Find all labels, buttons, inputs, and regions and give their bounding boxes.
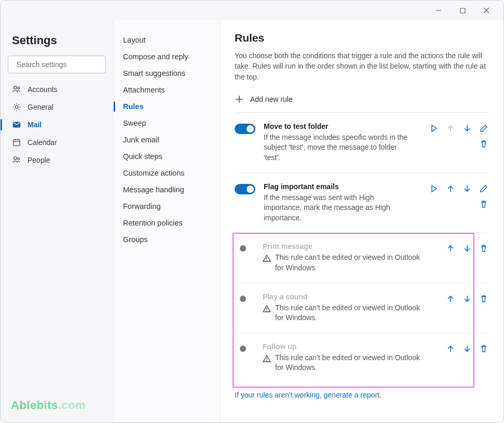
nav-general[interactable]: General <box>1 98 113 116</box>
rule-description: If the message includes specific words i… <box>264 133 409 163</box>
rule-row: Print message This rule can't be edited … <box>235 233 489 283</box>
brand-post: .com <box>58 399 86 412</box>
svg-point-19 <box>266 260 267 261</box>
rule-description: This rule can't be edited or viewed in O… <box>275 353 420 373</box>
run-rule-button[interactable] <box>429 123 439 134</box>
rule-disabled-dot <box>240 346 246 352</box>
delete-rule-button[interactable] <box>479 243 489 254</box>
brand-watermark: Ablebits.com <box>1 399 113 422</box>
subnav-retention[interactable]: Retention policies <box>114 215 220 231</box>
run-rule-button[interactable] <box>429 183 439 194</box>
rule-row: Flag important emails If the message was… <box>235 173 489 233</box>
brand-pre: Ablebits <box>11 399 58 412</box>
svg-point-6 <box>14 86 17 89</box>
rule-name: Play a sound <box>263 293 437 301</box>
rule-name: Move to test folder <box>264 122 420 130</box>
svg-point-21 <box>266 310 267 311</box>
people-icon <box>12 155 21 165</box>
plus-icon <box>235 95 244 104</box>
nav-mail[interactable]: Mail <box>1 116 113 134</box>
move-down-button[interactable] <box>462 243 472 254</box>
nav-people[interactable]: People <box>1 151 113 169</box>
edit-rule-button[interactable] <box>479 183 489 194</box>
rule-toggle[interactable] <box>235 184 255 194</box>
edit-rule-button[interactable] <box>479 123 489 134</box>
mail-icon <box>12 120 21 129</box>
rule-disabled-dot <box>240 245 246 252</box>
rules-description: You choose both the conditions that trig… <box>235 50 489 82</box>
subnav-forwarding[interactable]: Forwarding <box>114 198 220 215</box>
rule-disabled-dot <box>240 296 246 302</box>
svg-point-23 <box>266 360 267 361</box>
move-up-button[interactable] <box>445 343 456 354</box>
titlebar <box>1 1 503 20</box>
svg-point-7 <box>18 87 20 89</box>
delete-rule-button[interactable] <box>479 139 489 149</box>
generate-report-link[interactable]: If your rules aren't working, generate a… <box>235 391 489 399</box>
svg-rect-1 <box>460 8 465 13</box>
subnav-attachments[interactable]: Attachments <box>114 82 220 98</box>
svg-point-15 <box>18 157 20 160</box>
subnav-sweep[interactable]: Sweep <box>114 115 220 131</box>
rule-row: Follow up This rule can't be edited or v… <box>235 333 489 382</box>
search-settings[interactable] <box>8 56 106 73</box>
move-up-button <box>445 123 456 134</box>
mail-settings-subnav: Layout Compose and reply Smart suggestio… <box>114 20 220 422</box>
subnav-quick[interactable]: Quick steps <box>114 148 220 165</box>
move-up-button[interactable] <box>445 294 456 304</box>
move-up-button[interactable] <box>445 183 456 194</box>
calendar-icon <box>12 138 21 147</box>
minimize-button[interactable] <box>427 2 451 19</box>
nav-accounts-label: Accounts <box>28 85 58 94</box>
rule-name: Print message <box>263 242 437 250</box>
rules-panel: Rules You choose both the conditions tha… <box>220 20 503 422</box>
maximize-button[interactable] <box>451 2 474 19</box>
svg-point-14 <box>14 157 17 160</box>
settings-sidebar: Settings Accounts General Mail Calendar <box>1 20 114 422</box>
settings-title: Settings <box>1 30 113 56</box>
nav-general-label: General <box>28 103 53 111</box>
subnav-rules[interactable]: Rules <box>114 98 220 115</box>
add-rule-button[interactable]: Add new rule <box>235 91 489 113</box>
subnav-handling[interactable]: Message handling <box>114 181 220 198</box>
nav-calendar-label: Calendar <box>28 138 57 147</box>
subnav-groups[interactable]: Groups <box>114 231 220 248</box>
subnav-smart[interactable]: Smart suggestions <box>114 65 220 82</box>
nav-people-label: People <box>28 156 50 164</box>
rules-heading: Rules <box>235 32 489 44</box>
subnav-junk[interactable]: Junk email <box>114 131 220 148</box>
move-down-button[interactable] <box>462 343 472 354</box>
subnav-layout[interactable]: Layout <box>114 32 220 48</box>
delete-rule-button[interactable] <box>479 199 489 209</box>
delete-rule-button[interactable] <box>479 343 489 354</box>
rule-name: Follow up <box>263 342 437 351</box>
nav-accounts[interactable]: Accounts <box>1 81 113 98</box>
move-up-button[interactable] <box>445 243 456 254</box>
move-down-button[interactable] <box>462 123 472 134</box>
rule-name: Flag important emails <box>264 182 420 191</box>
subnav-compose[interactable]: Compose and reply <box>114 48 220 65</box>
rule-description: This rule can't be edited or viewed in O… <box>275 253 420 273</box>
rule-row: Move to test folder If the message inclu… <box>235 113 489 173</box>
warning-icon <box>263 354 271 363</box>
move-down-button[interactable] <box>462 294 472 304</box>
nav-calendar[interactable]: Calendar <box>1 134 113 151</box>
accounts-icon <box>12 85 21 94</box>
delete-rule-button[interactable] <box>479 294 489 304</box>
search-input[interactable] <box>16 60 108 69</box>
rule-toggle[interactable] <box>235 124 255 134</box>
svg-point-8 <box>15 105 18 108</box>
warning-icon <box>263 254 271 262</box>
subnav-customize[interactable]: Customize actions <box>114 165 220 181</box>
rule-description: This rule can't be edited or viewed in O… <box>275 303 420 323</box>
rule-row: Play a sound This rule can't be edited o… <box>235 283 489 333</box>
close-button[interactable] <box>474 2 498 19</box>
move-down-button[interactable] <box>462 183 472 194</box>
nav-mail-label: Mail <box>28 121 42 129</box>
warning-icon <box>263 305 271 313</box>
svg-rect-10 <box>13 140 20 146</box>
rule-description: If the message was sent with High import… <box>264 193 409 223</box>
gear-icon <box>12 102 21 112</box>
add-rule-label: Add new rule <box>250 95 293 103</box>
